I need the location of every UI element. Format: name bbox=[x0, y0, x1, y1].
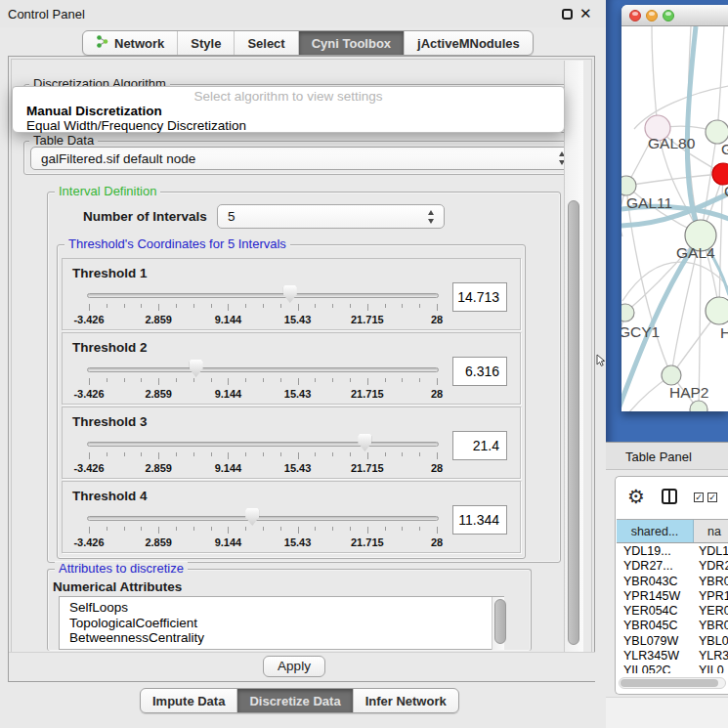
table-row[interactable]: YIL052C YIL0 bbox=[617, 664, 728, 673]
bottom-tab-infer[interactable]: Infer Network bbox=[353, 689, 458, 712]
threshold-value-field[interactable]: 21.4 bbox=[452, 431, 507, 460]
table-cell[interactable]: YDR27... bbox=[617, 559, 694, 574]
network-icon bbox=[96, 34, 108, 52]
list-scrollbar[interactable] bbox=[492, 597, 504, 650]
threshold-slider-4[interactable]: -3.426 2.859 9.144 15.43 21.715 28 bbox=[87, 507, 439, 552]
traffic-light-zoom[interactable] bbox=[663, 10, 674, 21]
slider-track[interactable] bbox=[87, 442, 439, 447]
threshold-label: Threshold 3 bbox=[72, 414, 148, 429]
table-cell[interactable]: YER054C bbox=[617, 604, 694, 619]
column-header-name[interactable]: na bbox=[694, 520, 728, 542]
tick-label: -3.426 bbox=[73, 536, 104, 548]
table-row[interactable]: YDL19... YDL1 bbox=[617, 544, 728, 559]
slider-thumb[interactable] bbox=[283, 285, 297, 303]
bottom-tab-impute[interactable]: Impute Data bbox=[141, 689, 236, 712]
table-cell[interactable]: YBR0 bbox=[694, 575, 728, 589]
table-cell[interactable]: YBR043C bbox=[617, 575, 694, 589]
traffic-light-close[interactable] bbox=[629, 10, 641, 21]
node-label: HAP2 bbox=[669, 384, 709, 401]
network-node[interactable] bbox=[662, 365, 681, 385]
slider-track[interactable] bbox=[87, 516, 439, 521]
table-cell[interactable]: YLR345W bbox=[617, 649, 694, 664]
tab-select[interactable]: Select bbox=[234, 31, 297, 55]
table-row[interactable]: YLR345W YLR3 bbox=[617, 649, 728, 664]
split-panel-icon[interactable] bbox=[662, 489, 677, 504]
table-cell[interactable]: YIL052C bbox=[617, 664, 694, 673]
table-cell[interactable]: YPR1 bbox=[694, 589, 728, 604]
table-row[interactable]: YBR045C YBR0 bbox=[617, 619, 728, 633]
table-data-combobox[interactable]: galFiltered.sif default node bbox=[30, 147, 576, 170]
checkbox-icon[interactable]: ✓ bbox=[694, 492, 704, 502]
threshold-value-field[interactable]: 6.316 bbox=[452, 357, 507, 386]
table-cell[interactable]: YBR0 bbox=[694, 619, 728, 633]
slider-thumb[interactable] bbox=[358, 434, 371, 451]
threshold-panel: Threshold 3 -3.426 2.859 9.144 15.43 21.… bbox=[62, 407, 521, 479]
tick-label: 28 bbox=[431, 388, 443, 400]
table-data-group-title: Table Data bbox=[29, 134, 98, 148]
table-cell[interactable]: YBL0 bbox=[694, 634, 728, 649]
content-scrollbar[interactable] bbox=[564, 61, 583, 652]
slider-track[interactable] bbox=[87, 293, 439, 298]
table-cell[interactable]: YPR145W bbox=[617, 589, 694, 604]
threshold-slider-2[interactable]: -3.426 2.859 9.144 15.43 21.715 28 bbox=[87, 359, 439, 404]
network-node[interactable] bbox=[706, 297, 728, 324]
threshold-value-field[interactable]: 11.344 bbox=[452, 505, 507, 535]
network-window-titlebar[interactable] bbox=[621, 5, 728, 26]
node-label: C bbox=[724, 183, 728, 199]
list-item[interactable]: SelfLoops bbox=[60, 600, 503, 616]
threshold-slider-3[interactable]: -3.426 2.859 9.144 15.43 21.715 28 bbox=[87, 433, 439, 478]
float-window-button[interactable] bbox=[562, 9, 573, 20]
attributes-list[interactable]: SelfLoops TopologicalCoefficient Between… bbox=[59, 596, 504, 650]
scrollbar-thumb[interactable] bbox=[568, 200, 579, 645]
numerical-attributes-label: Numerical Attributes bbox=[53, 579, 182, 594]
table-cell[interactable]: YER0 bbox=[694, 604, 728, 619]
column-header-shared[interactable]: shared... bbox=[617, 520, 694, 542]
table-row[interactable]: YDR27... YDR2 bbox=[617, 559, 728, 574]
slider-track[interactable] bbox=[87, 367, 439, 372]
table-row[interactable]: YBL079W YBL0 bbox=[617, 634, 728, 649]
tick-label: 21.715 bbox=[351, 462, 384, 474]
threshold-slider-1[interactable]: -3.426 2.859 9.144 15.43 21.715 28 bbox=[87, 284, 439, 329]
traffic-light-minimize[interactable] bbox=[646, 10, 658, 21]
apply-button[interactable]: Apply bbox=[263, 656, 325, 677]
tick-labels: -3.426 2.859 9.144 15.43 21.715 28 bbox=[89, 314, 437, 326]
threshold-value-field[interactable]: 14.713 bbox=[452, 282, 507, 312]
table-cell[interactable]: YBR045C bbox=[617, 619, 694, 633]
list-item[interactable]: TopologicalCoefficient bbox=[60, 616, 503, 631]
table-row[interactable]: YPR145W YPR1 bbox=[617, 589, 728, 604]
gear-icon[interactable]: ⚙ bbox=[627, 482, 645, 511]
tab-label: Cyni Toolbox bbox=[312, 36, 391, 51]
network-node[interactable] bbox=[621, 304, 634, 321]
close-icon[interactable]: ✕ bbox=[579, 5, 592, 22]
table-cell[interactable]: YIL0 bbox=[694, 664, 728, 673]
network-node[interactable] bbox=[621, 176, 636, 195]
tab-style[interactable]: Style bbox=[177, 31, 234, 55]
network-canvas[interactable]: GAL80 G GAL11 C GAL4 GCY1 H HAP2 bbox=[621, 26, 728, 411]
tab-jactivemnodules[interactable]: jActiveMNodules bbox=[404, 31, 533, 55]
table-column-headers: shared... na bbox=[617, 519, 728, 543]
list-item[interactable]: BetweennessCentrality bbox=[60, 630, 503, 646]
slider-thumb[interactable] bbox=[190, 360, 203, 377]
tab-cyni-toolbox[interactable]: Cyni Toolbox bbox=[298, 31, 404, 55]
table-cell[interactable]: YBL079W bbox=[617, 634, 694, 649]
tab-network[interactable]: Network bbox=[83, 31, 177, 55]
table-cell[interactable]: YDR2 bbox=[694, 559, 728, 574]
table-cell[interactable]: YDL1 bbox=[694, 544, 728, 559]
network-node-selected[interactable] bbox=[712, 163, 728, 185]
popup-option-manual[interactable]: Manual Discretization bbox=[16, 104, 561, 118]
bottom-tab-discretize[interactable]: Discretize Data bbox=[236, 689, 352, 712]
table-h-scrollbar[interactable] bbox=[619, 677, 726, 689]
table-row[interactable]: YBR043C YBR0 bbox=[617, 575, 728, 589]
popup-option-equal-width[interactable]: Equal Width/Frequency Discretization bbox=[16, 118, 561, 133]
table-cell[interactable]: YDL19... bbox=[617, 544, 694, 559]
slider-thumb[interactable] bbox=[245, 508, 259, 526]
tick-label: -3.426 bbox=[73, 314, 104, 325]
tab-label: Impute Data bbox=[152, 694, 225, 708]
threshold-panel: Threshold 2 -3.426 2.859 9.144 15.43 21.… bbox=[62, 332, 521, 405]
checkbox-icon[interactable]: ✓ bbox=[707, 492, 717, 502]
num-intervals-combobox[interactable]: 5 bbox=[217, 204, 445, 229]
table-row[interactable]: YER054C YER0 bbox=[617, 604, 728, 619]
scrollbar-thumb[interactable] bbox=[494, 599, 506, 644]
table-cell[interactable]: YLR3 bbox=[694, 649, 728, 664]
scrollbar-thumb[interactable] bbox=[621, 679, 718, 687]
